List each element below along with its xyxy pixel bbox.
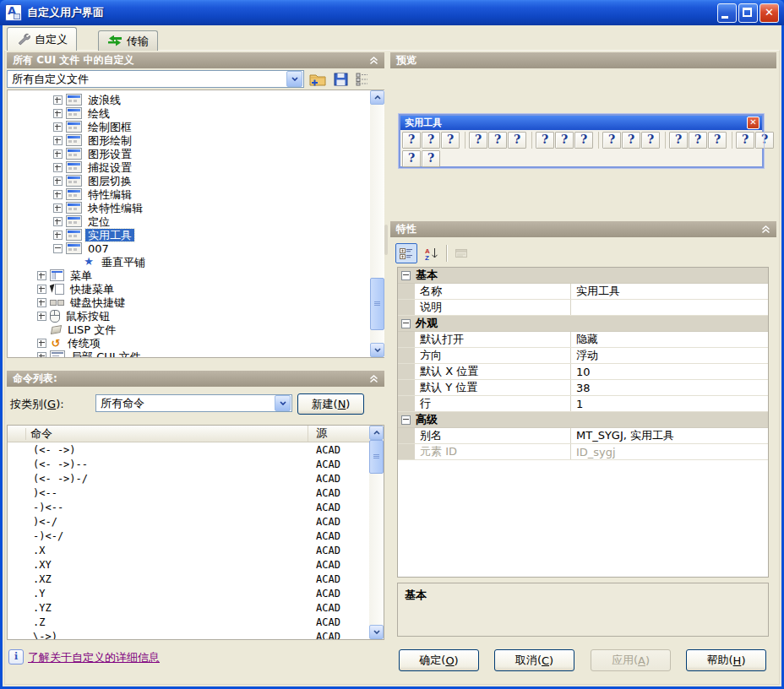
property-row[interactable]: 默认打开 隐藏 [398, 332, 768, 348]
tree-expander-icon[interactable] [53, 190, 63, 199]
command-row[interactable]: .XZ ACAD [8, 572, 384, 586]
scroll-up-icon[interactable] [369, 426, 384, 440]
preview-question-button[interactable]: ? [508, 132, 526, 149]
preview-question-button[interactable]: ? [689, 132, 707, 149]
property-row[interactable]: 元素 ID ID_sygj [398, 444, 768, 460]
collapse-chevron-icon[interactable] [761, 225, 770, 234]
pane-splitter[interactable] [384, 90, 389, 358]
tree-expander-icon[interactable] [53, 149, 63, 159]
tree-item[interactable]: 实用工具 [8, 228, 384, 241]
tree-expander-icon[interactable] [53, 217, 63, 226]
property-value[interactable] [571, 300, 768, 315]
preview-question-button[interactable]: ? [402, 150, 421, 167]
tree-item[interactable]: 绘线 [8, 106, 384, 120]
command-row[interactable]: -)<-- ACAD [8, 500, 384, 514]
scrollbar-thumb[interactable] [370, 278, 384, 330]
category-combobox[interactable]: 所有命令 [95, 394, 292, 412]
command-row[interactable]: )<-/ ACAD [8, 514, 384, 529]
preview-question-button[interactable]: ? [669, 132, 688, 149]
tree-item[interactable]: 绘制图框 [8, 120, 384, 133]
command-row[interactable]: -)<-/ ACAD [8, 529, 384, 543]
column-header-command[interactable]: 命令 [8, 426, 308, 442]
tree-expander-icon[interactable] [53, 163, 63, 172]
tree-item[interactable]: 菜单 [8, 269, 384, 282]
tree-item[interactable]: 图形绘制 [8, 133, 384, 147]
property-value[interactable]: 隐藏 [571, 332, 768, 347]
tree-item[interactable]: 键盘快捷键 [8, 296, 384, 309]
property-value[interactable]: MT_SYGJ, 实用工具 [571, 428, 768, 443]
command-row[interactable]: (<- ->)-- ACAD [8, 457, 384, 471]
command-row[interactable]: .YZ ACAD [8, 600, 384, 615]
property-row[interactable]: 外观 [398, 316, 768, 332]
column-header-source[interactable]: 源 [308, 426, 365, 442]
preview-question-button[interactable]: ? [536, 132, 554, 149]
property-row[interactable]: 行 1 [398, 396, 768, 412]
tree-scrollbar[interactable] [370, 90, 384, 357]
command-row[interactable]: .XY ACAD [8, 557, 384, 572]
preview-question-button[interactable]: ? [555, 132, 574, 149]
tree-expander-icon[interactable] [37, 271, 46, 280]
collapse-minus-icon[interactable] [401, 271, 411, 280]
preview-question-button[interactable]: ? [755, 132, 774, 149]
close-button[interactable]: ✕ [760, 3, 779, 23]
tree-expander-icon[interactable] [37, 298, 46, 307]
tree-item[interactable]: 007 [8, 241, 384, 255]
preview-question-button[interactable]: ? [574, 132, 593, 149]
tab-transfer[interactable]: 传输 [98, 30, 158, 51]
property-row[interactable]: 默认 X 位置 10 [398, 364, 768, 380]
tree-item[interactable]: 局部 CUI 文件 [8, 350, 384, 358]
preview-question-button[interactable]: ? [736, 132, 754, 149]
preview-question-button[interactable]: ? [708, 132, 727, 149]
chevron-down-icon[interactable] [286, 71, 302, 87]
tree-expander-icon[interactable] [53, 244, 63, 253]
scroll-down-icon[interactable] [370, 343, 384, 357]
property-value[interactable]: 10 [571, 364, 768, 379]
tree-item[interactable]: 垂直平铺 [8, 255, 384, 269]
property-row[interactable]: 高级 [398, 412, 768, 428]
tree-item[interactable]: 鼠标按钮 [8, 309, 384, 323]
help-button[interactable]: 帮助(H) [686, 649, 766, 671]
property-value[interactable]: 1 [571, 396, 768, 411]
command-row[interactable]: )<-- ACAD [8, 486, 384, 500]
tree-expander-icon[interactable] [53, 176, 63, 186]
command-row[interactable]: \->) ACAD [8, 629, 384, 640]
property-row[interactable]: 名称 实用工具 [398, 284, 768, 300]
collapse-chevron-icon[interactable] [369, 57, 378, 65]
tree-item[interactable]: 捕捉设置 [8, 160, 384, 174]
command-row[interactable]: .X ACAD [8, 543, 384, 557]
title-bar[interactable]: 自定义用户界面 ✕ [0, 0, 784, 25]
property-row[interactable]: 方向 浮动 [398, 348, 768, 364]
tree-expander-icon[interactable] [53, 203, 63, 213]
preview-question-button[interactable]: ? [622, 132, 640, 149]
minimize-button[interactable] [717, 3, 737, 23]
categorized-view-button[interactable] [395, 243, 417, 263]
cui-file-combobox[interactable]: 所有自定义文件 [7, 70, 304, 88]
preview-question-button[interactable]: ? [441, 132, 460, 149]
preview-question-button[interactable]: ? [422, 132, 440, 149]
command-table-scrollbar[interactable] [369, 426, 384, 639]
tree-expander-icon[interactable] [53, 136, 63, 145]
property-row[interactable]: 别名 MT_SYGJ, 实用工具 [398, 428, 768, 444]
tree-item[interactable]: LISP 文件 [8, 323, 384, 336]
tree-expander-icon[interactable] [37, 312, 46, 321]
property-value[interactable]: 浮动 [571, 348, 768, 363]
collapse-minus-icon[interactable] [401, 319, 411, 328]
tree-item[interactable]: 快捷菜单 [8, 282, 384, 296]
collapse-minus-icon[interactable] [401, 415, 411, 425]
scroll-down-icon[interactable] [369, 625, 384, 639]
tree-expander-icon[interactable] [53, 109, 63, 118]
preview-close-button[interactable]: ✕ [747, 117, 760, 129]
alphabetical-sort-button[interactable]: AZ [421, 243, 443, 263]
learn-more-link[interactable]: 了解关于自定义的详细信息 [28, 650, 160, 665]
tree-item[interactable]: 波浪线 [8, 93, 384, 106]
cancel-button[interactable]: 取消(C) [494, 649, 574, 671]
preview-toolbar-titlebar[interactable]: 实用工具 ✕ [400, 116, 762, 130]
collapse-chevron-icon[interactable] [369, 375, 378, 383]
property-row[interactable]: 基本 [398, 268, 768, 284]
command-row[interactable]: .Y ACAD [8, 586, 384, 600]
tree-expander-icon[interactable] [37, 352, 46, 359]
command-row[interactable]: .Z ACAD [8, 615, 384, 629]
tree-expander-icon[interactable] [53, 122, 63, 132]
open-cui-file-button[interactable] [308, 70, 328, 89]
property-value[interactable]: ID_sygj [571, 444, 768, 459]
